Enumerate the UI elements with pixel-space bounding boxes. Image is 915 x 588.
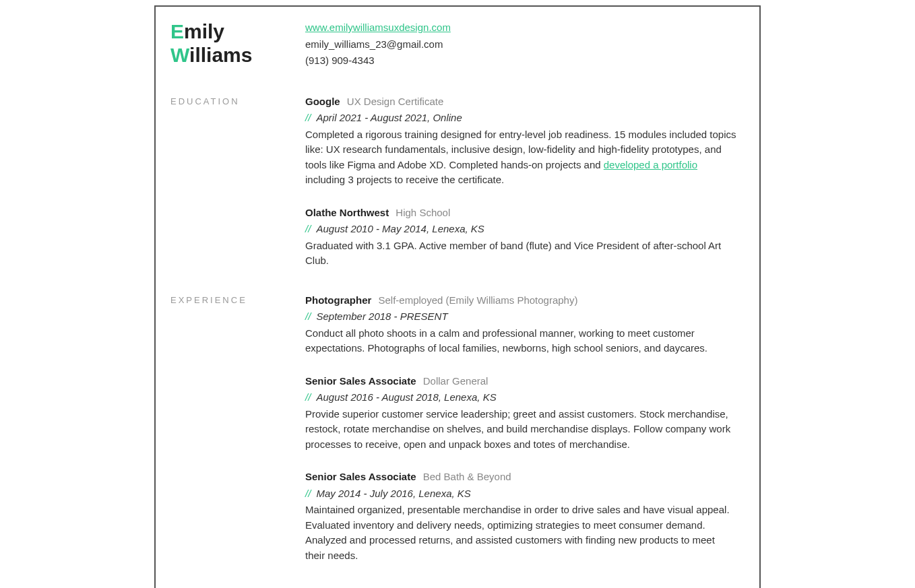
education-entry: Olathe Northwest High School // August 2… [305,205,736,269]
desc-part-after: including 3 projects to receive the cert… [305,174,504,185]
first-initial: E [170,20,184,42]
experience-label: EXPERIENCE [170,293,305,305]
email-line: emily_williams_23@gmail.com [305,37,736,53]
date-slashes: // [305,223,311,234]
entry-title: Senior Sales Associate [305,471,416,482]
education-entry: Google UX Design Certificate // April 20… [305,94,736,188]
page-wrap: Emily Williams www.emilywilliamsuxdesign… [0,0,915,588]
entry-subtitle: Self-employed (Emily Williams Photograph… [379,294,578,306]
entry-heading: Olathe Northwest High School [305,205,736,221]
website-line: www.emilywilliamsuxdesign.com [305,20,736,36]
education-section: EDUCATION Google UX Design Certificate /… [170,94,736,269]
entry-heading: Senior Sales Associate Bed Bath & Beyond [305,469,736,485]
date-text: September 2018 - PRESENT [317,311,448,322]
date-text: August 2016 - August 2018, Lenexa, KS [317,391,497,403]
entry-subtitle: High School [396,207,450,218]
entry-description: Graduated with 3.1 GPA. Active member of… [305,238,736,269]
education-content: Google UX Design Certificate // April 20… [305,94,736,269]
entry-title: Olathe Northwest [305,207,389,218]
first-name-rest: mily [184,20,224,42]
website-link[interactable]: www.emilywilliamsuxdesign.com [305,22,451,33]
header-row: Emily Williams www.emilywilliamsuxdesign… [170,20,736,70]
date-slashes: // [305,112,311,123]
date-slashes: // [305,311,311,322]
entry-subtitle: UX Design Certificate [347,96,443,107]
entry-heading: Senior Sales Associate Dollar General [305,374,736,389]
entry-description: Completed a rigorous training designed f… [305,127,736,188]
entry-date: // August 2010 - May 2014, Lenexa, KS [305,222,736,237]
entry-heading: Google UX Design Certificate [305,94,736,110]
entry-subtitle: Bed Bath & Beyond [423,471,511,482]
last-initial: W [170,44,189,66]
experience-content: Photographer Self-employed (Emily Willia… [305,293,736,564]
entry-description: Maintained organized, presentable mercha… [305,502,736,563]
entry-description: Provide superior customer service leader… [305,407,736,453]
date-text: April 2021 - August 2021, Online [317,112,462,123]
experience-entry: Senior Sales Associate Bed Bath & Beyond… [305,469,736,563]
entry-description: Conduct all photo shoots in a calm and p… [305,326,736,356]
name-block: Emily Williams [170,20,305,67]
date-slashes: // [305,391,311,403]
phone-line: (913) 909-4343 [305,53,736,69]
date-slashes: // [305,488,311,499]
experience-entry: Photographer Self-employed (Emily Willia… [305,293,736,356]
entry-date: // April 2021 - August 2021, Online [305,110,736,126]
contact-block: www.emilywilliamsuxdesign.com emily_will… [305,20,736,70]
applicant-name: Emily Williams [170,20,298,67]
experience-entry: Senior Sales Associate Dollar General //… [305,374,736,453]
date-text: August 2010 - May 2014, Lenexa, KS [317,223,484,234]
entry-subtitle: Dollar General [423,375,488,387]
entry-title: Google [305,96,340,107]
last-name-rest: illiams [189,44,252,66]
entry-date: // September 2018 - PRESENT [305,309,736,325]
date-text: May 2014 - July 2016, Lenexa, KS [317,488,471,499]
education-label: EDUCATION [170,94,305,106]
experience-section: EXPERIENCE Photographer Self-employed (E… [170,293,736,564]
resume-document: Emily Williams www.emilywilliamsuxdesign… [154,5,761,588]
entry-title: Photographer [305,294,371,306]
entry-date: // May 2014 - July 2016, Lenexa, KS [305,486,736,502]
entry-date: // August 2016 - August 2018, Lenexa, KS [305,390,736,405]
entry-title: Senior Sales Associate [305,375,416,387]
entry-heading: Photographer Self-employed (Emily Willia… [305,293,736,308]
portfolio-link[interactable]: developed a portfolio [604,159,697,170]
